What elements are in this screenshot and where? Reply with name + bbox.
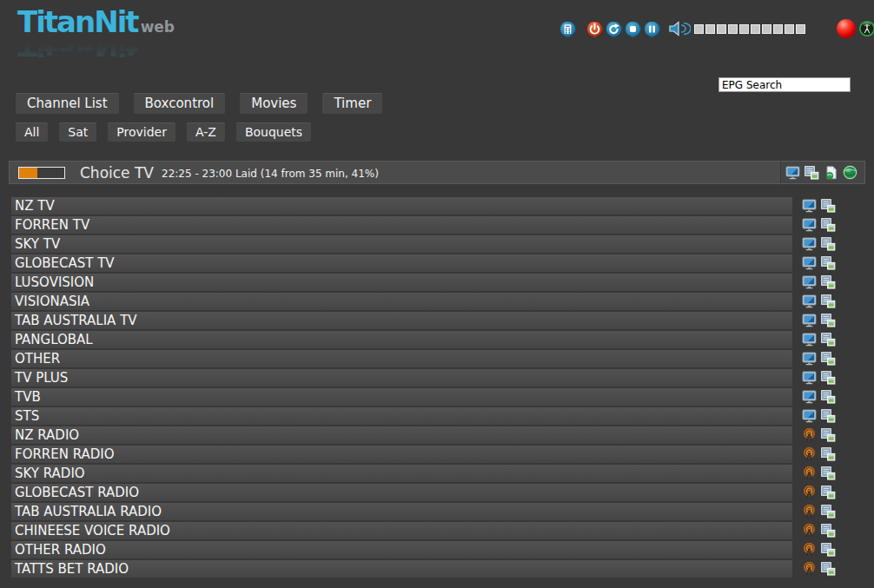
filter-button[interactable]: All [16,122,48,142]
epg-windows-icon[interactable] [821,333,836,347]
channel-row-actions [802,371,836,385]
tv-icon[interactable] [802,352,817,366]
epg-windows-icon[interactable] [804,166,819,180]
epg-windows-icon[interactable] [821,524,836,538]
channel-row-button[interactable]: TAB AUSTRALIA TV [11,312,792,329]
epg-windows-icon[interactable] [821,371,836,385]
volume-segment[interactable] [728,24,738,34]
tv-icon[interactable] [802,390,817,404]
channel-row-button[interactable]: OTHER RADIO [11,541,792,558]
now-playing-bar: Choice TV 22:25 - 23:00 Laid (14 from 35… [9,161,865,184]
radio-icon[interactable] [802,562,817,576]
volume-segment[interactable] [705,24,715,34]
radio-icon[interactable] [802,447,817,461]
radio-icon[interactable] [802,428,817,442]
channel-row-button[interactable]: LUSOVISION [11,274,792,291]
nav-button[interactable]: Movies [240,93,308,114]
radio-icon[interactable] [802,466,817,480]
radio-icon[interactable] [802,505,817,519]
epg-windows-icon[interactable] [821,543,836,557]
tv-icon[interactable] [802,256,817,270]
channel-row-button[interactable]: PANGLOBAL [11,331,792,348]
channel-row-button[interactable]: NZ TV [11,197,792,215]
filter-button[interactable]: Provider [108,122,175,142]
volume-segment[interactable] [773,24,783,34]
epg-windows-icon[interactable] [821,466,836,480]
tv-screen-icon[interactable] [785,166,800,180]
epg-windows-icon[interactable] [821,428,836,442]
nav-button-label: Timer [334,96,371,111]
volume-segment[interactable] [796,24,805,34]
radio-icon[interactable] [802,486,817,499]
nav-button[interactable]: Channel List [16,93,119,114]
epg-windows-icon[interactable] [821,409,836,423]
channel-row-button[interactable]: FORREN RADIO [11,446,792,463]
tv-icon[interactable] [802,294,817,308]
channel-row-button[interactable]: OTHER [11,350,792,367]
pause-icon[interactable] [644,21,660,37]
keypad-icon[interactable] [559,21,576,37]
epg-windows-icon[interactable] [821,275,836,289]
channel-row-button[interactable]: STS [11,407,792,425]
channel-row-button[interactable]: TATTS BET RADIO [11,560,792,578]
power-icon[interactable] [586,21,603,37]
filter-button[interactable]: Sat [59,122,96,142]
tv-icon[interactable] [802,237,817,251]
volume-segment[interactable] [751,24,760,34]
channel-row-button[interactable]: GLOBECAST TV [11,254,792,272]
tv-icon[interactable] [802,409,817,423]
filter-button-label: All [24,125,39,139]
channel-row-button[interactable]: NZ RADIO [11,426,792,444]
radio-icon[interactable] [802,543,817,557]
channel-row-button[interactable]: FORREN TV [11,216,792,234]
standby-antenna-icon[interactable] [858,20,874,37]
epg-windows-icon[interactable] [821,237,836,251]
epg-windows-icon[interactable] [821,199,836,213]
channel-row-button[interactable]: TAB AUSTRALIA RADIO [11,503,792,520]
channel-row: VISIONASIA [11,293,865,310]
channel-row-button[interactable]: SKY RADIO [11,465,792,482]
refresh-icon[interactable] [606,21,622,37]
epg-windows-icon[interactable] [821,447,836,461]
channel-row: NZ TV [11,197,865,215]
volume-segment[interactable] [739,24,749,34]
filter-button[interactable]: Bouquets [236,122,311,142]
tv-icon[interactable] [802,314,817,327]
speaker-icon[interactable] [668,19,691,38]
volume-segment[interactable] [762,24,771,34]
epg-windows-icon[interactable] [821,314,836,327]
epg-windows-icon[interactable] [821,294,836,308]
epg-search-input[interactable] [718,77,851,92]
filter-button-label: Bouquets [245,125,302,139]
nav-button[interactable]: Boxcontrol [134,93,226,114]
tv-icon[interactable] [802,333,817,347]
radio-icon[interactable] [802,524,817,538]
filter-button[interactable]: A-Z [187,122,225,142]
epg-windows-icon[interactable] [821,352,836,366]
stop-icon[interactable] [625,21,641,37]
channel-row-actions [802,409,836,423]
tv-icon[interactable] [802,371,817,385]
epg-windows-icon[interactable] [821,562,836,576]
channel-row-button[interactable]: TV PLUS [11,369,792,386]
channel-name: TV PLUS [11,369,792,386]
epg-windows-icon[interactable] [821,390,836,404]
channel-row-button[interactable]: CHINEESE VOICE RADIO [11,522,792,539]
channel-row-button[interactable]: VISIONASIA [11,293,792,310]
volume-segment[interactable] [785,24,794,34]
tv-icon[interactable] [802,218,817,232]
stream-document-icon[interactable] [824,166,838,180]
epg-windows-icon[interactable] [821,256,836,270]
channel-row-button[interactable]: GLOBECAST RADIO [11,484,792,501]
volume-segment[interactable] [694,24,704,34]
epg-windows-icon[interactable] [821,505,836,519]
tv-icon[interactable] [802,275,817,289]
tv-icon[interactable] [802,199,817,213]
nav-button[interactable]: Timer [322,93,382,114]
web-globe-icon[interactable] [843,165,857,180]
epg-windows-icon[interactable] [821,486,836,499]
channel-row-button[interactable]: TVB [11,388,792,406]
epg-windows-icon[interactable] [821,218,836,232]
volume-segment[interactable] [717,24,726,34]
channel-row-button[interactable]: SKY TV [11,235,792,253]
